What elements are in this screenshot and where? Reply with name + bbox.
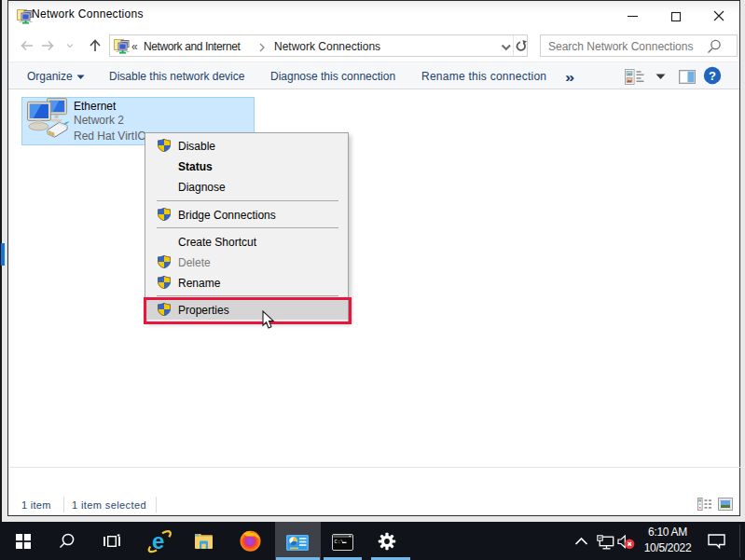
svg-text:C:\: C:\ <box>335 539 344 545</box>
svg-text:?: ? <box>709 69 716 83</box>
